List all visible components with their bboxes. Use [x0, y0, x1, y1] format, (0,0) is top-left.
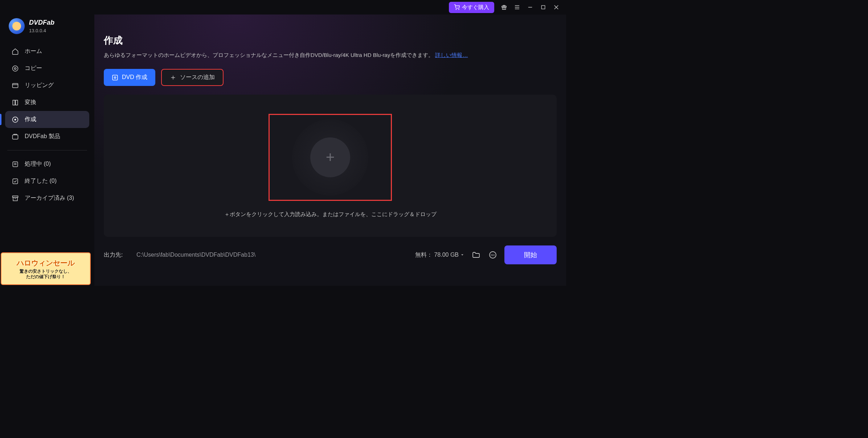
add-file-button[interactable]: + [310, 137, 350, 177]
ripping-icon [12, 82, 19, 89]
logo-avatar [9, 18, 25, 34]
sidebar-item-products[interactable]: DVDFab 製品 [5, 128, 89, 145]
gift-icon[interactable] [501, 4, 507, 11]
titlebar: 今すぐ購入 [0, 0, 566, 15]
svg-rect-13 [13, 83, 18, 88]
promo-title: ハロウィンセール [17, 258, 75, 268]
svg-rect-19 [13, 162, 17, 166]
svg-rect-15 [16, 100, 18, 105]
sidebar-item-label: 作成 [25, 116, 36, 123]
sidebar-item-convert[interactable]: 変換 [5, 94, 89, 111]
sidebar-item-copy[interactable]: コピー [5, 60, 89, 77]
sidebar-item-archived[interactable]: アーカイブ済み (3) [5, 190, 89, 207]
start-label: 開始 [524, 251, 537, 259]
dropzone[interactable]: + ＋ボタンをクリックして入力読み込み。またはファイルを、ここにドラッグ＆ドロッ… [104, 95, 557, 237]
home-icon [12, 48, 19, 55]
archive-icon [12, 195, 19, 202]
logo-area: DVDFab 13.0.0.4 [5, 15, 89, 43]
iso-icon[interactable]: ISO [488, 250, 498, 260]
dropzone-hint: ＋ボタンをクリックして入力読み込み。またはファイルを、ここにドラッグ＆ドロップ [224, 211, 437, 218]
sidebar-item-home[interactable]: ホーム [5, 43, 89, 60]
convert-icon [12, 99, 19, 106]
main-content: 作成 あらゆるフォーマットのホームビデオから、プロフェッショナルなメニュー付き自… [94, 15, 566, 286]
buy-now-label: 今すぐ購入 [462, 4, 489, 11]
divider [7, 150, 87, 150]
sidebar-item-processing[interactable]: 処理中 (0) [5, 156, 89, 173]
products-icon [12, 133, 19, 140]
sidebar-item-label: 変換 [25, 99, 36, 106]
svg-rect-26 [112, 75, 118, 80]
dvd-create-label: DVD 作成 [122, 74, 147, 81]
drop-frame-highlight: + [269, 114, 392, 201]
dvd-create-button[interactable]: DVD 作成 [104, 69, 155, 86]
sidebar-item-label: ホーム [25, 47, 42, 55]
maximize-icon[interactable] [540, 4, 546, 11]
cart-icon [454, 4, 460, 10]
buy-now-button[interactable]: 今すぐ購入 [449, 2, 494, 13]
add-source-button[interactable]: ソースの追加 [161, 69, 224, 86]
create-icon [12, 116, 19, 123]
svg-point-12 [15, 67, 16, 69]
toolbar: DVD 作成 ソースの追加 [104, 69, 557, 86]
svg-point-27 [114, 77, 116, 78]
svg-rect-14 [13, 100, 15, 105]
svg-point-0 [456, 9, 456, 9]
chevron-down-icon [460, 253, 464, 257]
disc-icon [112, 74, 118, 81]
svg-rect-22 [13, 179, 17, 183]
sidebar: DVDFab 13.0.0.4 ホーム コピー リッピング [0, 15, 94, 286]
page-title: 作成 [104, 34, 557, 47]
sidebar-item-label: コピー [25, 65, 42, 72]
sidebar-item-label: 終了した (0) [25, 177, 57, 185]
promo-banner[interactable]: ハロウィンセール 驚きの安さトリックなし、ただの値下げ祭り！ [1, 252, 91, 285]
sidebar-item-label: DVDFab 製品 [25, 133, 60, 140]
more-info-link[interactable]: 詳しい情報… [435, 52, 468, 58]
sidebar-item-finished[interactable]: 終了した (0) [5, 173, 89, 190]
plus-icon [170, 74, 176, 81]
svg-rect-18 [13, 135, 18, 139]
start-button[interactable]: 開始 [504, 245, 557, 264]
close-icon[interactable] [553, 4, 560, 11]
processing-icon [12, 161, 19, 168]
add-source-label: ソースの追加 [180, 74, 215, 81]
copy-icon [12, 65, 19, 72]
footer-bar: 出力先: 無料：78.00 GB ISO 開始 [104, 237, 557, 272]
finished-icon [12, 178, 19, 185]
plus-large-icon: + [326, 149, 335, 166]
app-version: 13.0.0.4 [29, 28, 54, 33]
svg-point-1 [459, 9, 459, 9]
svg-rect-24 [13, 197, 17, 201]
promo-sub: 驚きの安さトリックなし、ただの値下げ祭り！ [20, 269, 72, 279]
svg-point-11 [13, 66, 18, 71]
sidebar-item-label: リッピング [25, 82, 54, 89]
sidebar-item-label: 処理中 (0) [25, 160, 51, 168]
page-description: あらゆるフォーマットのホームビデオから、プロフェッショナルなメニュー付き自作DV… [104, 52, 557, 59]
svg-rect-8 [541, 5, 545, 9]
minimize-icon[interactable] [527, 4, 533, 11]
free-space-display[interactable]: 無料：78.00 GB [415, 251, 464, 259]
sidebar-item-ripping[interactable]: リッピング [5, 77, 89, 94]
svg-point-17 [15, 119, 16, 120]
folder-icon[interactable] [471, 250, 481, 260]
app-title: DVDFab [29, 19, 54, 26]
sidebar-item-create[interactable]: 作成 [5, 111, 89, 128]
output-path-input[interactable] [136, 252, 409, 258]
output-label: 出力先: [104, 251, 130, 259]
sidebar-item-label: アーカイブ済み (3) [25, 194, 74, 202]
menu-icon[interactable] [514, 4, 520, 11]
svg-text:ISO: ISO [491, 254, 495, 256]
